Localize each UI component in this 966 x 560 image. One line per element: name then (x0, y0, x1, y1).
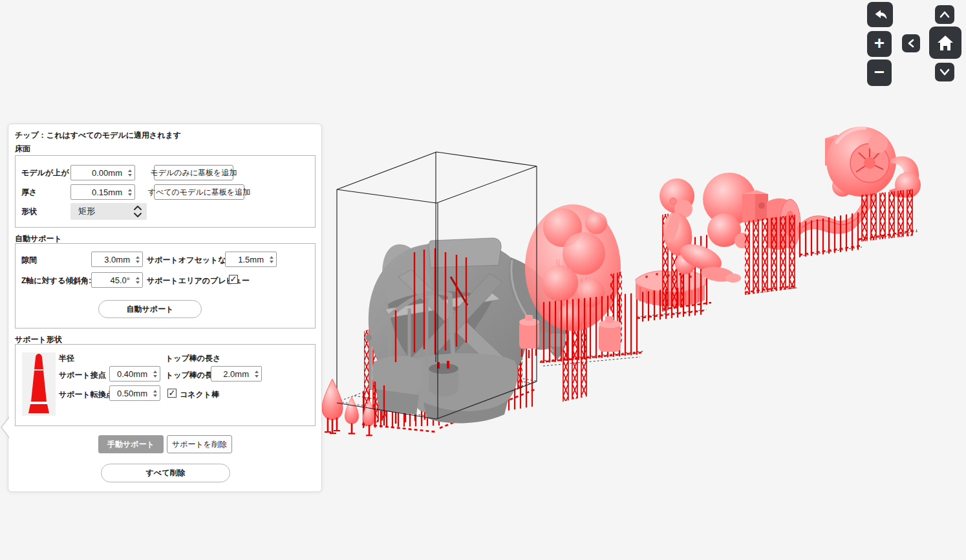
chevron-up-icon (939, 11, 950, 18)
gap-spinner[interactable]: 3.0mm (91, 252, 143, 267)
panel-tip-text: チップ：これはすべてのモデルに適用されます (15, 131, 181, 140)
minus-icon: − (874, 63, 885, 81)
z-angle-value[interactable]: 45.0° (92, 275, 133, 285)
remove-support-button[interactable]: サポートを削除 (167, 435, 232, 453)
transition-spinner[interactable]: 0.50mm (109, 385, 160, 401)
topbar-value[interactable]: 2.0mm (211, 369, 252, 379)
offset-label: サポートオフセットなし: (147, 255, 237, 264)
support-shape-preview (22, 352, 56, 416)
spinner-arrows-icon[interactable] (125, 185, 134, 199)
floor-section-title: 床面 (15, 144, 30, 155)
support-settings-panel: チップ：これはすべてのモデルに適用されます 床面 モデルが上がり 0.00mm … (8, 124, 322, 492)
home-view-button[interactable] (929, 27, 961, 59)
chevron-down-icon (939, 69, 950, 76)
checkmark-icon: ✓ (169, 388, 176, 398)
spinner-arrows-icon[interactable] (267, 252, 276, 266)
select-chevrons-icon (133, 204, 143, 219)
model-lift-value[interactable]: 0.00mm (71, 168, 125, 178)
topbar-header: トップ棒の長さ (166, 354, 220, 363)
offset-value[interactable]: 1.5mm (226, 255, 267, 264)
pan-down-button[interactable] (935, 63, 954, 81)
zoom-in-button[interactable]: + (867, 31, 892, 57)
pan-up-button[interactable] (935, 5, 954, 24)
spinner-arrows-icon[interactable] (133, 252, 142, 266)
pan-left-button[interactable] (902, 34, 920, 52)
model-cylinder-pot[interactable] (429, 361, 458, 396)
radius-header: 半径 (59, 354, 74, 363)
preview-checkbox[interactable]: ✓ (229, 275, 238, 284)
z-angle-spinner[interactable]: 45.0° (91, 272, 143, 288)
contact-value[interactable]: 0.40mm (110, 369, 151, 379)
shape-label: 形状 (21, 207, 37, 216)
zoom-out-button[interactable]: − (867, 59, 892, 86)
z-angle-label: Z軸に対する傾斜角: (21, 276, 91, 285)
thickness-value[interactable]: 0.15mm (71, 188, 125, 197)
spinner-arrows-icon[interactable] (252, 367, 261, 381)
spinner-arrows-icon[interactable] (125, 166, 134, 180)
auto-support-button[interactable]: 自動サポート (98, 300, 202, 318)
shape-select[interactable]: 矩形 (70, 203, 147, 220)
transition-value[interactable]: 0.50mm (110, 389, 151, 398)
connect-bar-label: コネクト棒 (180, 390, 219, 399)
undo-icon (872, 7, 888, 23)
add-raft-model-only-button[interactable]: モデルのみに基板を追加 (154, 165, 233, 180)
model-lift-spinner[interactable]: 0.00mm (70, 165, 135, 180)
support-pillar-icon (22, 352, 56, 416)
thickness-spinner[interactable]: 0.15mm (70, 184, 135, 200)
application-window: { "colors": { "background": "#f5f5f6", "… (0, 0, 966, 560)
checkmark-icon: ✓ (230, 274, 237, 284)
model-lift-label: モデルが上がり (21, 168, 77, 177)
model-canister-left[interactable] (519, 315, 539, 358)
contact-spinner[interactable]: 0.40mm (109, 366, 160, 382)
plus-icon: + (874, 34, 885, 52)
gap-value[interactable]: 3.0mm (92, 255, 133, 264)
offset-spinner[interactable]: 1.5mm (225, 252, 277, 267)
undo-button[interactable] (867, 2, 893, 27)
connect-bar-checkbox[interactable]: ✓ (167, 389, 177, 398)
spinner-arrows-icon[interactable] (151, 367, 160, 381)
model-canister-right[interactable] (599, 316, 621, 352)
shape-select-value: 矩形 (70, 206, 133, 217)
manual-support-button[interactable]: 手動サポート (98, 435, 164, 453)
home-icon (935, 33, 956, 52)
remove-all-button[interactable]: すべて削除 (101, 464, 230, 482)
add-raft-all-models-button[interactable]: すべてのモデルに基板を追加 (154, 184, 244, 200)
spinner-arrows-icon[interactable] (151, 386, 160, 400)
chevron-left-icon (907, 39, 915, 48)
spinner-arrows-icon[interactable] (133, 273, 142, 287)
chevron-left-notch-icon (0, 416, 12, 439)
contact-label: サポート接点 (59, 371, 106, 380)
thickness-label: 厚さ (21, 188, 37, 197)
gap-label: 隙間 (21, 255, 37, 264)
transition-label: サポート転換点 (59, 390, 114, 399)
topbar-spinner[interactable]: 2.0mm (211, 366, 262, 382)
panel-collapse-handle[interactable] (0, 416, 12, 439)
